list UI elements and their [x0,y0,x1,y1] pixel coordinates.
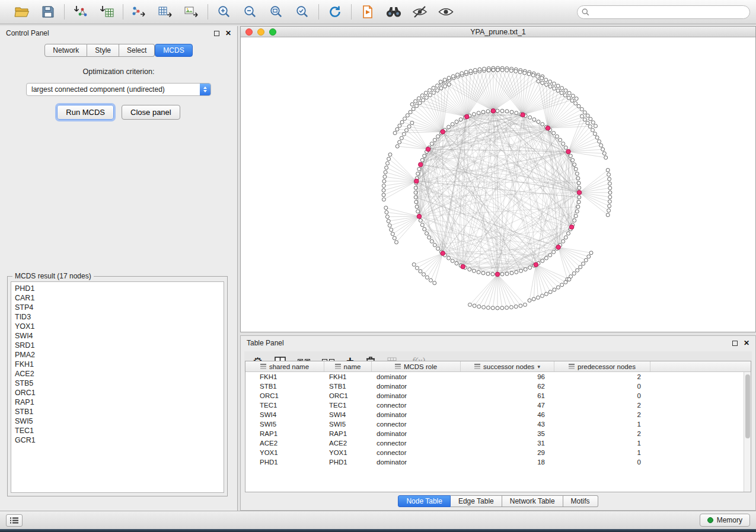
network-leaf-node[interactable] [387,219,390,223]
network-leaf-node[interactable] [604,156,608,159]
refresh-view-icon[interactable] [327,4,343,20]
network-leaf-node[interactable] [414,100,417,103]
network-hub-node[interactable] [546,126,550,131]
network-leaf-node[interactable] [407,125,411,129]
mcds-result-item[interactable]: YOX1 [15,322,220,331]
network-leaf-node[interactable] [599,143,603,147]
network-node[interactable] [562,142,565,146]
network-hub-node[interactable] [419,162,423,167]
network-graph-svg[interactable] [241,37,755,332]
network-leaf-node[interactable] [398,140,401,144]
zoom-out-icon[interactable] [242,4,259,20]
network-leaf-node[interactable] [571,94,575,98]
network-leaf-node[interactable] [443,78,446,82]
table-row[interactable]: ACE2ACE2connector311 [245,438,751,448]
network-leaf-node[interactable] [608,191,612,194]
network-node[interactable] [541,123,544,126]
network-hub-node[interactable] [521,113,525,117]
network-node[interactable] [537,120,540,124]
network-node[interactable] [419,219,422,222]
network-leaf-node[interactable] [500,68,504,72]
network-leaf-node[interactable] [419,270,422,273]
network-hub-node[interactable] [441,251,445,256]
network-node[interactable] [564,236,567,239]
network-leaf-node[interactable] [405,129,409,132]
network-node[interactable] [505,272,509,275]
network-leaf-node[interactable] [563,94,567,97]
network-leaf-node[interactable] [395,145,399,148]
network-leaf-node[interactable] [473,68,477,72]
table-row[interactable]: ORC1ORC1dominator610 [245,391,751,400]
network-node[interactable] [571,158,575,162]
network-leaf-node[interactable] [556,286,560,289]
network-leaf-node[interactable] [552,82,556,85]
network-leaf-node[interactable] [595,136,599,139]
network-leaf-node[interactable] [409,110,412,114]
network-leaf-node[interactable] [567,278,571,281]
mcds-result-item[interactable]: STB1 [15,407,220,416]
network-node[interactable] [510,110,513,114]
network-leaf-node[interactable] [385,210,388,214]
network-leaf-node[interactable] [574,101,578,105]
zoom-fit-icon[interactable] [268,4,285,20]
network-leaf-node[interactable] [583,111,586,114]
network-leaf-node[interactable] [388,153,392,156]
network-hub-node[interactable] [414,179,419,184]
network-leaf-node[interactable] [400,136,403,140]
network-leaf-node[interactable] [425,96,428,100]
network-node[interactable] [577,200,580,204]
criterion-dropdown[interactable]: largest connected component (undirected) [26,83,211,96]
table-row[interactable]: TEC1TEC1connector472 [245,400,751,410]
network-leaf-node[interactable] [583,118,586,121]
tab-mcds[interactable]: MCDS [155,44,192,57]
network-node[interactable] [433,138,436,142]
network-node[interactable] [451,259,454,262]
network-leaf-node[interactable] [402,132,406,136]
network-node[interactable] [564,146,567,149]
zoom-selected-icon[interactable] [294,4,311,20]
network-leaf-node[interactable] [415,266,419,270]
network-leaf-node[interactable] [382,188,385,192]
table-row[interactable]: SWI4SWI4dominator462 [245,410,751,419]
table-row[interactable]: PHD1PHD1dominator180 [245,457,751,467]
network-leaf-node[interactable] [483,67,486,70]
task-history-button[interactable] [6,514,23,527]
network-hub-node[interactable] [577,190,582,195]
show-hide-eye-icon[interactable] [438,4,454,20]
network-leaf-node[interactable] [428,89,432,92]
network-node[interactable] [459,118,462,121]
network-leaf-node[interactable] [385,166,388,169]
network-leaf-node[interactable] [444,85,447,88]
network-leaf-node[interactable] [403,117,407,120]
network-leaf-node[interactable] [382,184,385,188]
network-leaf-node[interactable] [386,162,390,165]
network-leaf-node[interactable] [598,140,601,143]
table-row[interactable]: FKH1FKH1dominator962 [245,372,751,382]
network-node[interactable] [415,205,419,209]
run-mcds-button[interactable]: Run MCDS [57,105,114,120]
mcds-result-item[interactable]: PMA2 [15,350,220,360]
memory-button[interactable]: Memory [700,514,750,527]
network-hub-node[interactable] [556,245,561,250]
network-node[interactable] [414,186,417,190]
float-panel-icon[interactable] [214,31,219,36]
network-leaf-node[interactable] [418,101,422,105]
network-leaf-node[interactable] [384,206,388,210]
table-row[interactable]: RAP1RAP1dominator352 [245,429,751,438]
network-leaf-node[interactable] [382,193,385,197]
network-node[interactable] [528,266,532,270]
mcds-result-item[interactable]: SWI5 [15,416,220,426]
network-node[interactable] [468,268,471,271]
network-node[interactable] [433,243,436,247]
network-leaf-node[interactable] [608,200,611,203]
mcds-result-item[interactable]: STP4 [15,303,220,312]
close-panel-icon[interactable]: ✕ [225,30,231,37]
network-leaf-node[interactable] [432,86,435,89]
network-leaf-node[interactable] [593,132,596,136]
network-leaf-node[interactable] [425,275,429,279]
network-leaf-node[interactable] [556,84,560,88]
network-leaf-node[interactable] [486,306,490,309]
import-network-file-icon[interactable] [72,4,89,20]
table-scrollbar[interactable] [744,372,751,492]
network-leaf-node[interactable] [382,180,386,183]
